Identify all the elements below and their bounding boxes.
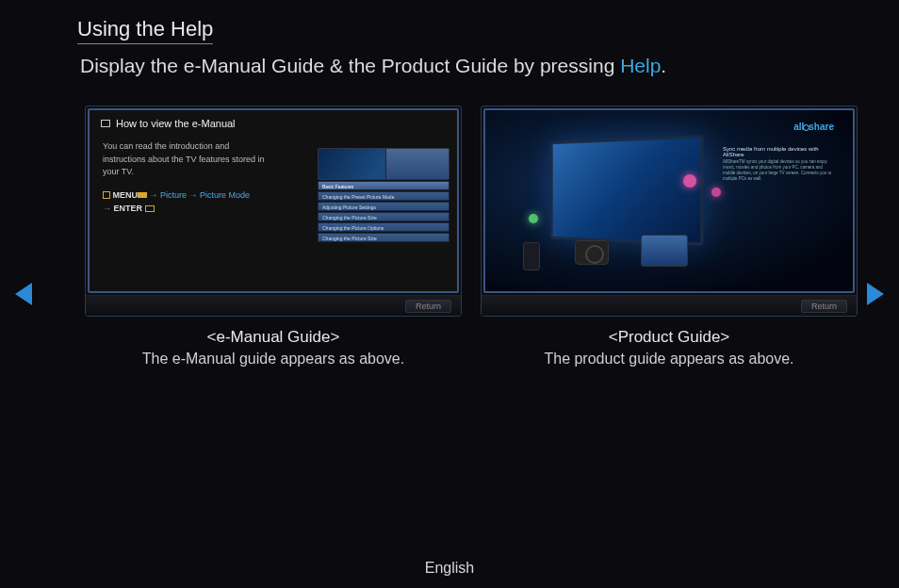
product-panel: allshare Sync media from multiple device… <box>481 106 858 317</box>
language-label: English <box>0 560 899 577</box>
menu-icon <box>103 191 110 199</box>
side-row: Adjusting Picture Settings <box>318 202 450 211</box>
nav-picture: Picture <box>160 190 187 200</box>
emanual-footer: Return <box>86 295 461 316</box>
emanual-panel: How to view the e-Manual You can read th… <box>85 106 462 317</box>
emanual-caption-title: <e-Manual Guide> <box>85 328 462 347</box>
side-row: Changing the Picture Size <box>318 212 450 221</box>
prev-page-arrow[interactable] <box>15 283 32 305</box>
arrow-icon: → <box>189 190 198 200</box>
product-caption: <Product Guide> The product guide appear… <box>481 328 858 368</box>
enter-icon <box>145 205 155 212</box>
tv-graphic <box>550 135 703 246</box>
logo-post: share <box>809 122 834 132</box>
page-subtitle: Display the e-Manual Guide & the Product… <box>80 55 666 77</box>
emanual-screenshot: How to view the e-Manual You can read th… <box>88 108 459 293</box>
emanual-header-text: How to view the e-Manual <box>116 118 236 129</box>
product-description: AllShareTM syncs your digital devices so… <box>723 159 836 181</box>
product-screenshot: allshare Sync media from multiple device… <box>483 108 855 293</box>
product-headline: Sync media from multiple devices with Al… <box>723 146 836 157</box>
allshare-logo: allshare <box>793 122 834 132</box>
next-page-arrow[interactable] <box>867 283 884 305</box>
emanual-caption-sub: The e-Manual guide appears as above. <box>85 351 462 368</box>
arrow-icon: → <box>150 190 158 200</box>
menu-color-icon <box>138 192 147 198</box>
page-title: Using the Help <box>77 17 213 44</box>
emanual-side-menu: Basic Features Changing the Preset Pictu… <box>318 148 450 242</box>
tablet-graphic <box>641 235 688 267</box>
side-row: Changing the Picture Options <box>318 222 450 232</box>
menu-label: MENU <box>113 190 139 200</box>
subtitle-prefix: Display the e-Manual Guide & the Product… <box>80 55 620 76</box>
product-caption-sub: The product guide appears as above. <box>481 351 858 368</box>
product-footer: Return <box>482 295 857 316</box>
side-row: Changing the Preset Picture Mode <box>318 191 450 201</box>
emanual-header: How to view the e-Manual <box>90 110 457 137</box>
nav-picture-mode: Picture Mode <box>200 190 250 200</box>
side-row-header: Basic Features <box>318 181 450 190</box>
emanual-caption: <e-Manual Guide> The e-Manual guide appe… <box>85 328 462 368</box>
orb-icon <box>683 174 696 188</box>
camera-graphic <box>575 240 609 265</box>
subtitle-suffix: . <box>661 55 666 76</box>
arrow-icon: → <box>103 204 111 213</box>
book-icon <box>101 120 110 127</box>
side-row: Changing the Picture Size <box>318 233 450 242</box>
side-thumbnail <box>318 148 450 180</box>
enter-label: ENTER <box>114 204 143 213</box>
orb-icon <box>711 188 721 197</box>
help-keyword: Help <box>620 55 661 76</box>
emanual-body-text: You can read the introduction and instru… <box>90 137 287 183</box>
orb-icon <box>529 214 538 223</box>
return-button[interactable]: Return <box>801 300 847 313</box>
product-caption-title: <Product Guide> <box>481 328 858 347</box>
return-button[interactable]: Return <box>405 300 451 313</box>
preview-panels: How to view the e-Manual You can read th… <box>85 106 858 317</box>
phone-graphic <box>523 242 540 270</box>
